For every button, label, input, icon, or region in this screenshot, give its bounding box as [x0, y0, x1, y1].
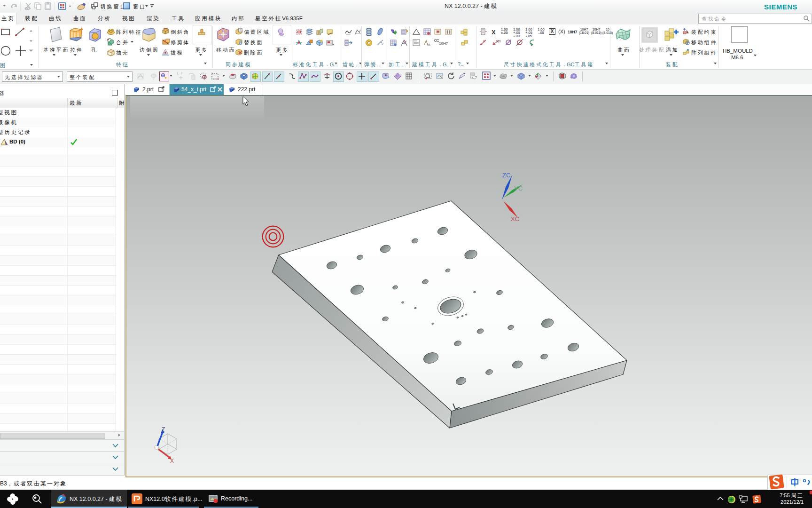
- svg-text:X: X: [170, 458, 174, 464]
- svg-text:Z: Z: [162, 426, 165, 433]
- svg-text:R: R: [483, 40, 485, 43]
- svg-text:YC: YC: [514, 185, 523, 192]
- svg-text:R|0|: R|0|: [496, 40, 501, 43]
- svg-text:XC: XC: [511, 215, 519, 222]
- svg-text:ZC: ZC: [502, 172, 510, 179]
